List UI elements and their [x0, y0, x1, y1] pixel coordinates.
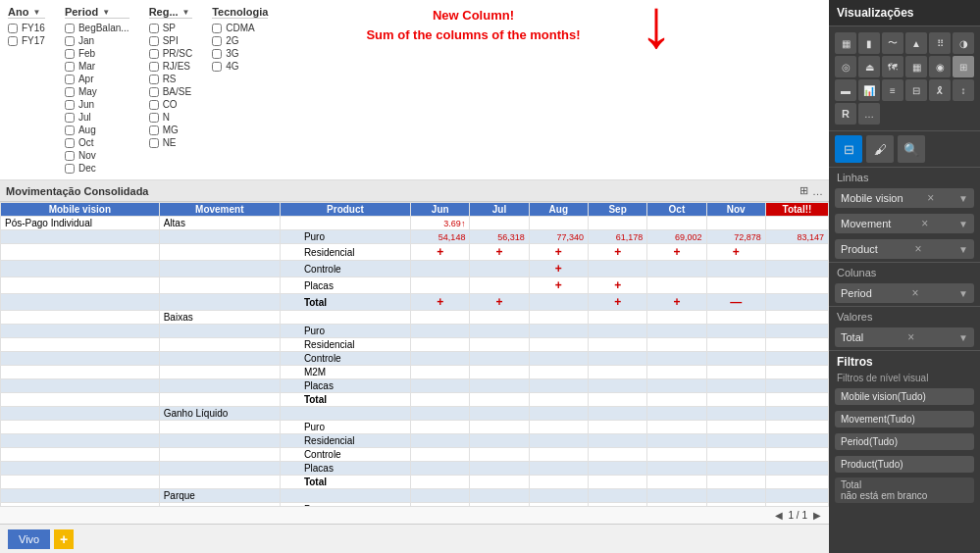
filter-item-base[interactable]: BA/SE	[149, 86, 193, 97]
filter-item-cdma[interactable]: CDMA	[212, 23, 268, 33]
field-product[interactable]: Product × ▼	[835, 239, 974, 259]
filter-item-rjes[interactable]: RJ/ES	[149, 61, 193, 72]
viz-icon-table[interactable]: ⊟	[905, 79, 927, 101]
cell-nov	[706, 434, 765, 448]
col-sep: Sep	[588, 203, 646, 217]
filter-item-jun[interactable]: Jun	[65, 99, 129, 110]
cell-aug-plus[interactable]: +	[529, 277, 588, 294]
filter-item-dec[interactable]: Dec	[65, 163, 129, 174]
matrix-table-wrapper[interactable]: Mobile vision Movement Product Jun Jul A…	[0, 202, 829, 506]
filter-item-aug[interactable]: Aug	[65, 125, 129, 135]
filter-item-jul[interactable]: Jul	[65, 112, 129, 123]
viz-icon-line[interactable]: 〜	[882, 32, 903, 54]
filter-badge-mobile[interactable]: Mobile vision(Tudo)	[835, 388, 974, 405]
cell-aug-plus[interactable]: +	[529, 244, 588, 261]
cell-oct-plus[interactable]: +	[647, 244, 706, 261]
filter-item-spi[interactable]: SPI	[149, 35, 193, 46]
filter-item-fy16[interactable]: FY16	[8, 23, 45, 33]
viz-icon-slicer[interactable]: ≡	[882, 79, 903, 101]
filter-item-mar[interactable]: Mar	[65, 61, 129, 72]
cell-jun	[411, 311, 470, 325]
filter-badge-movement[interactable]: Movement(Tudo)	[835, 411, 974, 427]
cell-jul-plus[interactable]: +	[470, 294, 529, 311]
filter-item-nov[interactable]: Nov	[65, 150, 129, 161]
expand-button[interactable]: ⊞	[799, 184, 808, 197]
filter-label-ano[interactable]: Ano ▼	[8, 6, 45, 19]
viz-icon-kpi[interactable]: 📊	[858, 79, 880, 101]
viz-icon-pie[interactable]: ◑	[953, 32, 974, 54]
format-icon[interactable]: 🖌	[866, 135, 894, 163]
filter-item-n[interactable]: N	[149, 112, 193, 123]
viz-icon-bar[interactable]: ▦	[835, 32, 856, 54]
viz-icon-matrix[interactable]: ⊞	[953, 56, 974, 77]
remove-movement-button[interactable]: ×	[921, 217, 928, 230]
cell-jun-plus[interactable]: +	[411, 244, 470, 261]
filter-item-mg[interactable]: MG	[149, 125, 193, 135]
more-options-button[interactable]: …	[812, 184, 823, 197]
filter-item-co[interactable]: CO	[149, 99, 193, 110]
viz-icon-ribbon[interactable]: 🎗	[929, 79, 951, 101]
cell-jun-plus[interactable]: +	[411, 294, 470, 311]
filter-item-3g[interactable]: 3G	[212, 48, 268, 59]
tab-vivo[interactable]: Vivo	[8, 529, 50, 549]
filter-item-ne[interactable]: NE	[149, 137, 193, 148]
filter-badge-product[interactable]: Product(Tudo)	[835, 456, 974, 473]
filter-item-apr[interactable]: Apr	[65, 74, 129, 84]
field-total[interactable]: Total × ▼	[835, 327, 974, 347]
filter-item-oct[interactable]: Oct	[65, 137, 129, 148]
cell-jul-plus[interactable]: +	[470, 244, 529, 261]
viz-icon-waterfall[interactable]: ↕	[953, 79, 974, 101]
field-movement[interactable]: Movement × ▼	[835, 214, 974, 233]
remove-mobile-vision-button[interactable]: ×	[927, 191, 934, 205]
field-period[interactable]: Period × ▼	[835, 283, 974, 303]
cell-nov-plus[interactable]: +	[706, 244, 765, 261]
viz-icon-r[interactable]: R	[835, 103, 856, 125]
filter-label-tecnologia[interactable]: Tecnologia	[212, 6, 268, 19]
cell-aug-plus[interactable]: +	[529, 261, 588, 277]
prev-page-button[interactable]: ◀	[775, 510, 783, 521]
cell-mov	[159, 421, 280, 434]
viz-icon-more[interactable]: …	[858, 103, 880, 125]
viz-icon-area[interactable]: ▲	[905, 32, 927, 54]
fields-icon[interactable]: ⊟	[835, 135, 862, 163]
cell-oct-plus[interactable]: +	[647, 294, 706, 311]
cell-sep-plus[interactable]: +	[588, 294, 646, 311]
cell-aug	[529, 421, 588, 434]
filter-item-2g[interactable]: 2G	[212, 35, 268, 46]
next-page-button[interactable]: ▶	[813, 510, 821, 521]
filter-label-reg[interactable]: Reg... ▼	[149, 6, 193, 19]
viz-icon-card[interactable]: ▬	[835, 79, 856, 101]
remove-period-button[interactable]: ×	[911, 286, 918, 300]
field-mobile-vision[interactable]: Mobile vision × ▼	[835, 188, 974, 208]
filter-item-sp[interactable]: SP	[149, 23, 193, 33]
filter-item-fy17[interactable]: FY17	[8, 35, 45, 46]
remove-product-button[interactable]: ×	[915, 242, 922, 256]
filter-item-rs[interactable]: RS	[149, 74, 193, 84]
viz-icon-map[interactable]: 🗺	[882, 56, 903, 77]
cell-nov: 72,878	[706, 230, 765, 244]
filter-label-period[interactable]: Period ▼	[65, 6, 129, 19]
filter-item-prsc[interactable]: PR/SC	[149, 48, 193, 59]
filter-group-ano: Ano ▼ FY16 FY17	[8, 6, 45, 174]
checkbox-fy17[interactable]	[8, 36, 18, 46]
filter-item-feb[interactable]: Feb	[65, 48, 129, 59]
filter-item-jan[interactable]: Jan	[65, 35, 129, 46]
filter-item-begbal[interactable]: BegBalan...	[65, 23, 129, 33]
viz-icon-gauge[interactable]: ◉	[929, 56, 951, 77]
matrix-area: Movimentação Consolidada ⊞ … Mobile visi…	[0, 180, 829, 524]
remove-total-button[interactable]: ×	[907, 330, 914, 344]
viz-icon-column[interactable]: ▮	[858, 32, 880, 54]
viz-icon-funnel[interactable]: ⏏	[858, 56, 880, 77]
add-tab-button[interactable]: +	[54, 529, 74, 549]
viz-icon-treemap[interactable]: ▦	[905, 56, 927, 77]
cell-sep-plus[interactable]: +	[588, 244, 646, 261]
filter-item-may[interactable]: May	[65, 86, 129, 97]
cell-oct	[647, 448, 706, 462]
checkbox-fy16[interactable]	[8, 24, 18, 33]
filter-item-4g[interactable]: 4G	[212, 61, 268, 72]
analytics-icon[interactable]: 🔍	[898, 135, 925, 163]
filter-badge-period[interactable]: Period(Tudo)	[835, 433, 974, 450]
cell-sep-plus[interactable]: +	[588, 277, 646, 294]
viz-icon-scatter[interactable]: ⠿	[929, 32, 951, 54]
viz-icon-donut[interactable]: ◎	[835, 56, 856, 77]
